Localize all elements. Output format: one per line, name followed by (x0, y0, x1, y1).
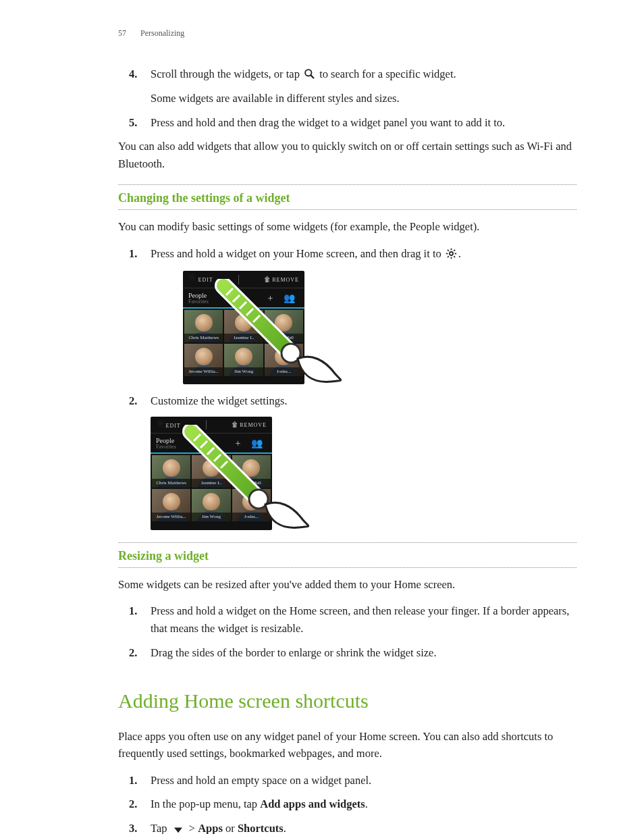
step-item: 2.Customize the widget settings. (151, 392, 576, 410)
step-number: 2. (129, 392, 137, 410)
change-paragraph: You can modify basic settings of some wi… (118, 218, 576, 236)
step-text: . (365, 798, 368, 810)
resize-steps-list: 1.Press and hold a widget on the Home sc… (118, 602, 576, 661)
shortcuts-steps-list: 1.Press and hold an empty space on a wid… (118, 772, 576, 834)
contact-name: Jim Wong (192, 513, 230, 521)
step-text: Press and hold an empty space on a widge… (151, 774, 371, 787)
step-text: Tap (151, 822, 170, 834)
contact-cell: Joshu... (232, 489, 271, 521)
page-number: 57 (118, 27, 138, 40)
step-number: 2. (129, 796, 137, 813)
step-text: Press and hold and then drag the widget … (151, 116, 505, 129)
widget-drag-illustration: EDIT 🗑 REMOVE PeopleFavorites + 👥 Chris … (183, 271, 304, 384)
step-item: 1.Press and hold a widget on the Home sc… (151, 602, 576, 637)
step-text: . (458, 247, 461, 260)
step-item: 5.Press and hold and then drag the widge… (151, 114, 576, 132)
widget-drag-illustration: EDIT 🗑 REMOVE PeopleFavorites + 👥 Chris … (151, 417, 272, 530)
step-text: or (223, 822, 238, 834)
contact-cell: Jasmine L. (192, 455, 230, 488)
step-text: Press and hold a widget on the Home scre… (151, 604, 569, 635)
contact-cell: Jerome Willia... (152, 489, 190, 521)
contact-name: Jerome Willia... (184, 367, 223, 376)
contact-name: Jim Wong (224, 367, 263, 376)
step-item: 2.Drag the sides of the border to enlarg… (151, 644, 576, 662)
step-text: Drag the sides of the border to enlarge … (151, 646, 437, 659)
step-text: > (186, 822, 198, 834)
contact-cell: Jason Hall (232, 455, 271, 488)
resize-paragraph: Some widgets can be resized after you've… (118, 576, 576, 594)
illustration-holder: EDIT 🗑 REMOVE PeopleFavorites + 👥 Chris … (151, 271, 576, 384)
search-icon (304, 68, 315, 85)
divider (118, 567, 576, 568)
emphasis-text: Shortcuts (238, 822, 284, 834)
step-text: . (284, 822, 286, 834)
contact-cell: Jasmine L. (224, 310, 263, 342)
section-name: Personalizing (140, 28, 184, 38)
step-item: 1.Press and hold an empty space on a wid… (151, 772, 576, 789)
document-page: 57 Personalizing 4.Scroll through the wi… (0, 0, 644, 834)
contact-name: Chris Matthews (152, 479, 190, 488)
step-text: In the pop‑up menu, tap (151, 798, 260, 810)
contact-cell: Chris Matthews (152, 455, 190, 488)
contact-cell: Jerome Willia... (184, 344, 223, 376)
step-subtext: Some widgets are available in different … (151, 90, 576, 107)
step-item: 1.Press and hold a widget on your Home s… (151, 245, 576, 265)
emphasis-text: Add apps and widgets (260, 798, 365, 810)
running-header: 57 Personalizing (118, 27, 576, 40)
contact-name: Jason Hall (232, 479, 271, 488)
contact-name: Jason Hall (265, 334, 303, 342)
subsection-heading-change: Changing the settings of a widget (118, 189, 576, 208)
step-number: 4. (129, 66, 137, 83)
divider (118, 184, 576, 185)
section-heading-shortcuts: Adding Home screen shortcuts (118, 685, 576, 717)
contact-cell: Chris Matthews (184, 310, 223, 342)
step-item: 3.Tap > Apps or Shortcuts. (151, 820, 576, 834)
step-text: Press and hold a widget on your Home scr… (151, 247, 444, 260)
step-item: 2.In the pop‑up menu, tap Add apps and w… (151, 796, 576, 813)
contact-cell: Jim Wong (192, 489, 230, 521)
intro-paragraph: You can also add widgets that allow you … (118, 138, 576, 172)
shortcuts-paragraph: Place apps you often use on any widget p… (118, 728, 576, 762)
divider (118, 542, 576, 543)
step-item: 4.Scroll through the widgets, or tap to … (151, 66, 576, 107)
step-text: to search for a specific widget. (317, 68, 456, 80)
contact-name: Joshu... (232, 513, 271, 521)
step-number: 3. (129, 820, 137, 834)
remove-target: 🗑 REMOVE (232, 419, 267, 430)
divider (118, 209, 576, 210)
emphasis-text: Apps (198, 822, 223, 834)
change-steps-list: 1.Press and hold a widget on your Home s… (118, 245, 576, 410)
contact-cell: Jason Hall (265, 310, 303, 342)
step-number: 1. (129, 602, 137, 620)
contact-cell: Jim Wong (224, 344, 263, 376)
step-text: Scroll through the widgets, or tap (151, 68, 302, 80)
remove-target: 🗑 REMOVE (264, 274, 299, 285)
step-text: Customize the widget settings. (151, 394, 288, 407)
dropdown-icon (171, 822, 185, 834)
edit-target: EDIT (156, 419, 181, 431)
step-number: 5. (129, 114, 137, 132)
step-number: 1. (129, 245, 137, 263)
contact-name: Chris Matthews (184, 334, 223, 342)
intro-steps-list: 4.Scroll through the widgets, or tap to … (118, 66, 576, 132)
subsection-heading-resize: Resizing a widget (118, 547, 576, 566)
edit-target: EDIT (188, 273, 213, 285)
gear-icon (446, 247, 457, 265)
contact-name: Joshu... (265, 367, 303, 376)
contact-name: Jasmine L. (192, 479, 230, 488)
step-number: 1. (129, 772, 137, 789)
contact-name: Jerome Willia... (152, 513, 190, 521)
contact-cell: Joshu... (265, 344, 303, 376)
contact-name: Jasmine L. (224, 334, 263, 342)
step-number: 2. (129, 644, 137, 662)
